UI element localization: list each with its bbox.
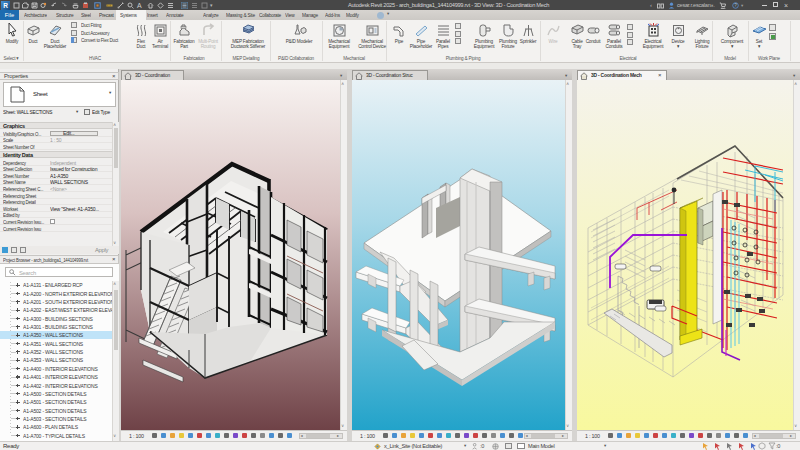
svg-text:?: ? (734, 3, 737, 8)
